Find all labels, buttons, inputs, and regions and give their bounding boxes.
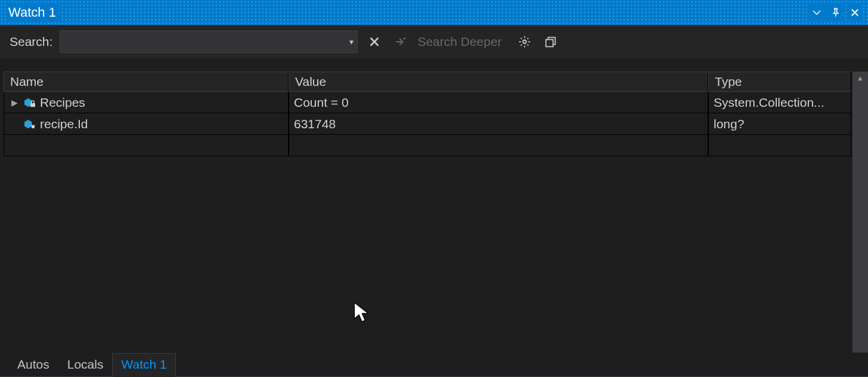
watch-grid-area: Name Value Type ▶ Recipes Count = 0 Syst… — [0, 58, 868, 353]
table-row-name[interactable]: ▶ Recipes — [4, 92, 289, 113]
table-row-type[interactable]: System.Collection... — [708, 92, 851, 113]
maximize-restore-button[interactable] — [541, 32, 560, 51]
title-bar: Watch 1 — [0, 0, 868, 25]
chevron-down-icon[interactable]: ▾ — [349, 37, 354, 47]
object-prop-icon — [23, 119, 36, 129]
tab-autos[interactable]: Autos — [8, 353, 58, 377]
window-title: Watch 1 — [8, 5, 62, 20]
gear-icon — [518, 35, 531, 48]
column-header-value[interactable]: Value — [289, 72, 708, 92]
clear-search-button[interactable] — [365, 32, 384, 51]
table-row-type[interactable]: long? — [708, 113, 851, 135]
new-watch-row-name[interactable] — [4, 135, 289, 156]
watch-grid: Name Value Type ▶ Recipes Count = 0 Syst… — [4, 72, 864, 156]
windows-icon — [544, 35, 557, 48]
expand-toggle[interactable]: ▶ — [9, 98, 20, 107]
search-combobox[interactable]: ▾ — [60, 30, 358, 53]
search-next-button[interactable] — [391, 32, 410, 51]
close-icon — [850, 7, 860, 18]
row-name-text: Recipes — [40, 95, 85, 110]
pin-icon — [830, 7, 841, 18]
table-row-name[interactable]: recipe.Id — [4, 113, 289, 135]
tab-watch1[interactable]: Watch 1 — [112, 353, 175, 377]
x-icon — [368, 35, 381, 48]
object-lock-icon — [23, 97, 36, 108]
window-menu-button[interactable] — [808, 4, 825, 21]
column-header-type[interactable]: Type — [708, 72, 851, 92]
svg-rect-3 — [545, 39, 553, 47]
search-input[interactable] — [66, 36, 349, 48]
search-deeper-button[interactable]: Search Deeper — [417, 35, 501, 49]
scroll-up-icon[interactable]: ▲ — [852, 72, 868, 85]
arrow-right-icon — [394, 35, 407, 48]
search-label: Search: — [10, 35, 52, 49]
search-toolbar: Search: ▾ Search Deeper — [0, 25, 868, 58]
table-row-value[interactable]: Count = 0 — [289, 92, 708, 113]
svg-point-1 — [523, 40, 526, 44]
tab-locals[interactable]: Locals — [58, 353, 113, 377]
settings-button[interactable] — [515, 32, 534, 51]
chevron-down-icon — [811, 7, 822, 18]
bottom-tabstrip: Autos Locals Watch 1 — [0, 353, 868, 376]
new-watch-row-value — [289, 135, 708, 156]
row-name-text: recipe.Id — [40, 117, 88, 131]
column-header-name[interactable]: Name — [4, 72, 289, 92]
vertical-scrollbar[interactable]: ▲ — [852, 72, 868, 353]
table-row-value[interactable]: 631748 — [289, 113, 708, 135]
mouse-cursor — [353, 302, 370, 326]
svg-point-0 — [404, 38, 406, 40]
close-button[interactable] — [847, 4, 863, 21]
pin-button[interactable] — [827, 4, 844, 21]
svg-rect-4 — [30, 103, 35, 106]
new-watch-row-type — [708, 135, 851, 156]
